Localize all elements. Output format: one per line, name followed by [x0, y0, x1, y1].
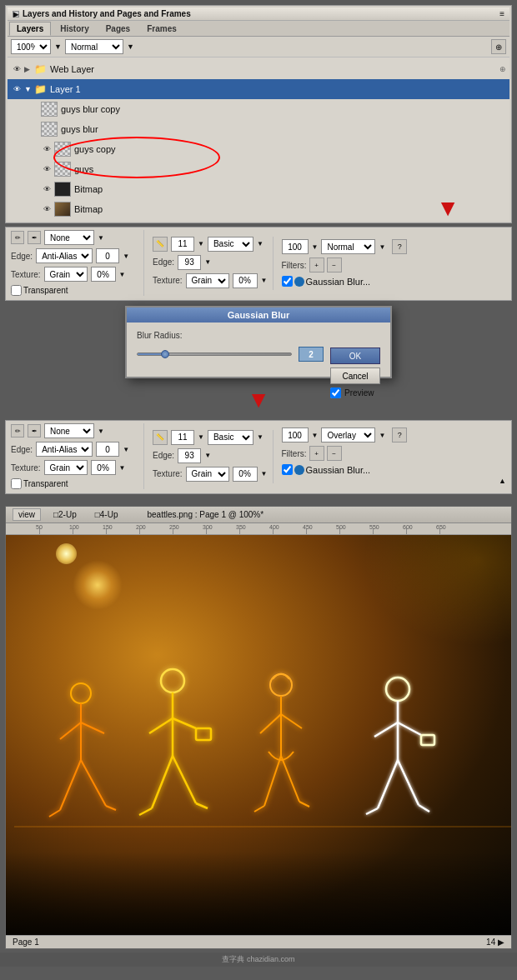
fill-select-1[interactable]: None — [44, 230, 94, 245]
blur-value-input[interactable]: 2 — [299, 347, 324, 362]
tool-icon-3[interactable]: ✏ — [11, 424, 24, 438]
svg-line-21 — [264, 756, 281, 806]
edge-label-1: Edge: — [11, 252, 33, 261]
edge-select-2[interactable]: Anti-Alias — [36, 442, 93, 457]
layer-row-guys-copy[interactable]: 👁 guys copy — [8, 139, 509, 159]
svg-rect-29 — [421, 735, 434, 745]
stroke-edge-val-2[interactable] — [178, 448, 201, 463]
preview-label: Preview — [344, 388, 374, 398]
view-tab-4up[interactable]: □4-Up — [89, 508, 124, 521]
texture-select-1[interactable]: Grain — [44, 267, 88, 282]
layer-name-layer1: Layer 1 — [50, 84, 81, 94]
svg-point-25 — [386, 678, 409, 701]
add-filter-btn-1[interactable]: + — [309, 258, 324, 272]
eye-icon[interactable]: 👁 — [11, 63, 23, 75]
svg-line-23 — [254, 806, 264, 812]
expand-icon-layer1[interactable]: ▼ — [24, 85, 33, 93]
stroke-type-1[interactable]: Basic — [208, 237, 253, 252]
blur-slider-thumb[interactable] — [161, 350, 169, 358]
eye-icon-guys-copy[interactable]: 👁 — [41, 143, 53, 155]
blend-mode-select[interactable]: Normal — [65, 39, 123, 54]
edge-select-1[interactable]: Anti-Alias — [36, 248, 93, 263]
preview-row: Preview — [330, 388, 380, 398]
stroke-tex-pct-1[interactable] — [233, 273, 258, 288]
collapse-icon[interactable]: ▶ — [13, 11, 19, 18]
image-area[interactable] — [6, 535, 511, 935]
layer-row-guys-blur-copy[interactable]: guys blur copy — [8, 99, 509, 119]
stroke-width-icon[interactable]: 📏 — [153, 237, 168, 252]
filter-cb-1[interactable] — [282, 276, 293, 287]
stroke-edge-label-2: Edge: — [153, 451, 174, 460]
tab-history[interactable]: History — [53, 22, 96, 36]
layer-thumb-guys-blur-copy — [41, 102, 58, 117]
filename-label: beattles.png : Page 1 @ 100%* — [147, 510, 264, 519]
svg-line-20 — [281, 714, 302, 728]
blend-mode-2[interactable]: Overlay — [321, 428, 375, 442]
edge-val-2[interactable] — [96, 442, 119, 457]
zoom-select[interactable]: 100% — [11, 39, 51, 54]
eye-icon-guys[interactable]: 👁 — [41, 163, 53, 175]
preview-checkbox[interactable] — [330, 388, 341, 398]
layer-row-web[interactable]: 👁 ▶ 📁 Web Layer ⊕ — [8, 59, 509, 79]
svg-line-32 — [366, 808, 378, 814]
svg-line-11 — [173, 718, 196, 728]
filter-cb-2[interactable] — [282, 464, 293, 475]
texture-pct-2[interactable] — [91, 460, 116, 475]
tab-pages[interactable]: Pages — [98, 22, 138, 36]
new-layer-btn[interactable]: ⊕ — [491, 39, 506, 54]
tool-icon-2[interactable]: ✒ — [28, 231, 41, 244]
tab-frames[interactable]: Frames — [139, 22, 184, 36]
stroke-tex-1[interactable]: Grain — [186, 273, 229, 288]
transparent-cb-1[interactable] — [11, 285, 22, 296]
watermark-text: 查字典 chazidian.com — [222, 955, 294, 963]
edge-val-1[interactable] — [96, 248, 119, 263]
ok-button[interactable]: OK — [330, 348, 380, 364]
transparent-cb-2[interactable] — [11, 478, 22, 489]
stroke-width-2[interactable] — [171, 430, 194, 445]
view-tab-1up[interactable]: view — [13, 508, 41, 521]
filters-label-2: Filters: — [282, 449, 307, 458]
blur-radius-label: Blur Radius: — [137, 331, 182, 340]
view-tab-2up[interactable]: □2-Up — [48, 508, 83, 521]
ruler-label-50: 50 — [36, 524, 43, 530]
panel-options-icon[interactable]: ≡ — [499, 9, 504, 18]
fill-select-2[interactable]: None — [44, 423, 94, 438]
stroke-edge-val-1[interactable] — [178, 255, 201, 270]
tool-icon-1[interactable]: ✏ — [11, 231, 24, 244]
layer-row-bitmap1[interactable]: 👁 Bitmap — [8, 179, 509, 199]
layer-row-bitmap2[interactable]: 👁 Bitmap — [8, 199, 509, 219]
remove-filter-btn-1[interactable]: − — [327, 258, 342, 272]
texture-select-2[interactable]: Grain — [44, 460, 88, 475]
ruler-label-150: 150 — [103, 524, 113, 530]
blend-mode-1[interactable]: Normal — [321, 239, 375, 254]
stroke-tex-label-2: Texture: — [153, 469, 183, 478]
stroke-width-icon-2[interactable]: 📏 — [153, 430, 168, 445]
eye-icon-layer1[interactable]: 👁 — [11, 83, 23, 95]
expand-arrow: ▲ — [282, 477, 507, 485]
stroke-tex-pct-2[interactable] — [233, 467, 258, 482]
stroke-width-1[interactable] — [171, 237, 194, 252]
tab-layers[interactable]: Layers — [9, 22, 51, 36]
edge-dropdown-2: ▼ — [123, 446, 129, 453]
opacity-1[interactable] — [282, 239, 309, 254]
texture-pct-1[interactable] — [91, 267, 116, 282]
layer-row-guys-blur[interactable]: guys blur — [8, 119, 509, 139]
stroke-tex-2[interactable]: Grain — [186, 467, 229, 482]
opacity-2[interactable] — [282, 428, 309, 442]
blur-slider[interactable] — [137, 352, 292, 356]
layer-row-guys[interactable]: 👁 guys — [8, 159, 509, 179]
cancel-button[interactable]: Cancel — [330, 368, 380, 384]
help-btn-2[interactable]: ? — [392, 428, 407, 442]
add-filter-btn-2[interactable]: + — [309, 446, 324, 461]
eye-icon-bitmap2[interactable]: 👁 — [41, 203, 53, 215]
svg-line-31 — [398, 760, 419, 805]
layer-row-layer1[interactable]: 👁 ▼ 📁 Layer 1 — [8, 79, 509, 99]
remove-filter-btn-2[interactable]: − — [327, 446, 342, 461]
tool-icon-4[interactable]: ✒ — [28, 424, 41, 438]
expand-icon[interactable]: ▶ — [24, 65, 33, 73]
help-btn-1[interactable]: ? — [392, 239, 407, 254]
stroke-type-2[interactable]: Basic — [208, 430, 253, 445]
eye-icon-bitmap1[interactable]: 👁 — [41, 183, 53, 195]
status-right: 14 ▶ — [486, 938, 504, 947]
ruler-label-300: 300 — [203, 524, 213, 530]
